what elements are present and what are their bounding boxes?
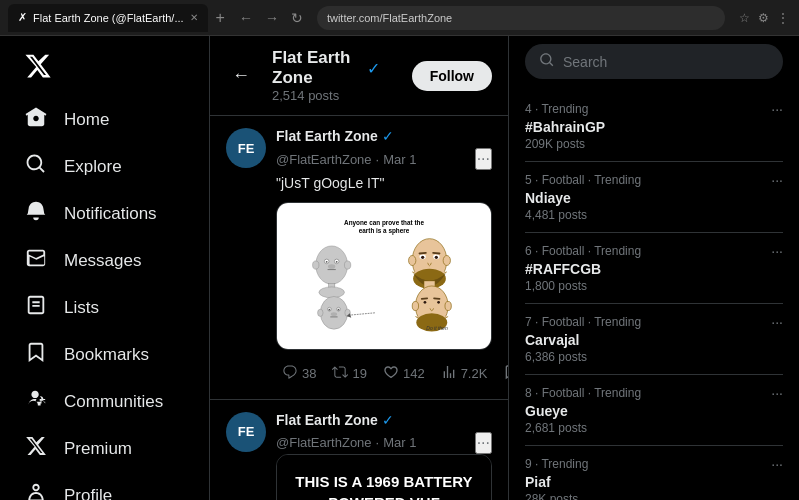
sidebar-item-profile[interactable]: Profile [12,472,197,500]
trend-meta: 6 · Football · Trending ··· [525,243,783,259]
home-icon [24,106,48,133]
sidebar-item-premium[interactable]: Premium [12,425,197,472]
tweet-actions-1: 38 19 142 [276,360,492,387]
svg-point-6 [326,261,328,263]
trend-count: 28K posts [525,492,783,500]
trend-name: Ndiaye [525,190,783,206]
tweet-more-button[interactable]: ··· [475,148,492,170]
sidebar-item-communities[interactable]: Communities [12,378,197,425]
trend-item[interactable]: 9 · Trending ··· Piaf 28K posts [525,446,783,500]
bookmark-browser-icon[interactable]: ☆ [737,9,752,27]
profile-name: Flat Earth Zone [272,48,363,88]
forward-button[interactable]: → [261,8,283,28]
tweet-image-1: Anyone can prove that the earth is a sph… [276,202,492,350]
reload-button[interactable]: ↻ [287,8,307,28]
like-button[interactable]: 142 [377,360,431,387]
trend-more-button[interactable]: ··· [771,385,783,401]
sidebar-item-messages[interactable]: Messages [12,237,197,284]
tweet-2[interactable]: FE Flat Earth Zone ✓ @FlatEarthZone · Ma… [210,400,508,500]
views-button[interactable]: 7.2K [435,360,494,387]
svg-point-18 [421,255,424,258]
tab-close-icon[interactable]: ✕ [190,12,198,23]
trend-item[interactable]: 6 · Football · Trending ··· #RAFFCGB 1,8… [525,233,783,304]
trend-item[interactable]: 4 · Trending ··· #BahrainGP 209K posts [525,91,783,162]
trend-more-button[interactable]: ··· [771,172,783,188]
sidebar-profile-label: Profile [64,486,112,501]
sidebar-notifications-label: Notifications [64,204,157,224]
retweet-count: 19 [352,366,366,381]
sidebar-home-label: Home [64,110,109,130]
sidebar: Home Explore Notifications Messages List [0,36,210,500]
follow-button[interactable]: Follow [412,61,492,91]
trend-name: Piaf [525,474,783,490]
x-logo[interactable] [12,44,197,92]
tweet-banner-text: THIS IS A 1969 BATTERY POWERED VHF TRANS… [277,455,491,500]
url-text: twitter.com/FlatEarthZone [327,12,452,24]
svg-point-10 [313,261,319,269]
sidebar-item-bookmarks[interactable]: Bookmarks [12,331,197,378]
tweet-handle: @FlatEarthZone [276,152,372,167]
bookmark-icon [24,341,48,368]
tweet-verified-badge: ✓ [382,128,394,144]
tweet-dot: · [376,152,380,167]
trend-item[interactable]: 8 · Football · Trending ··· Gueye 2,681 … [525,375,783,446]
tab-bar: ✗ Flat Earth Zone (@FlatEarth/... ✕ + [8,4,229,32]
svg-point-28 [328,308,330,310]
sidebar-item-explore[interactable]: Explore [12,143,197,190]
trend-meta: 4 · Trending ··· [525,101,783,117]
communities-icon [24,388,48,415]
trend-name: #BahrainGP [525,119,783,135]
trend-name: #RAFFCGB [525,261,783,277]
retweet-button[interactable]: 19 [326,360,372,387]
reply-button[interactable]: 38 [276,360,322,387]
tweet-more-button-2[interactable]: ··· [475,432,492,454]
trend-position: 6 · Football · Trending [525,244,641,258]
svg-point-22 [409,255,416,265]
search-bar[interactable] [525,44,783,79]
back-button[interactable]: ← [235,8,257,28]
trend-item[interactable]: 7 · Football · Trending ··· Carvajal 6,3… [525,304,783,375]
menu-icon[interactable]: ⋮ [775,9,791,27]
tweet-verified-2: ✓ [382,412,394,428]
back-nav-button[interactable]: ← [226,61,256,90]
svg-point-9 [328,264,335,269]
sidebar-item-notifications[interactable]: Notifications [12,190,197,237]
active-tab[interactable]: ✗ Flat Earth Zone (@FlatEarth/... ✕ [8,4,208,32]
tweet-body-2: Flat Earth Zone ✓ @FlatEarthZone · Mar 1… [276,412,492,500]
trend-more-button[interactable]: ··· [771,243,783,259]
trend-name: Gueye [525,403,783,419]
mail-icon [24,247,48,274]
sidebar-item-lists[interactable]: Lists [12,284,197,331]
trend-count: 1,800 posts [525,279,783,293]
meme-svg: Anyone can prove that the earth is a sph… [293,215,475,333]
tweet-time: Mar 1 [383,152,416,167]
trend-meta: 5 · Football · Trending ··· [525,172,783,188]
sidebar-bookmarks-label: Bookmarks [64,345,149,365]
trend-count: 6,386 posts [525,350,783,364]
profile-icon [24,482,48,500]
tweet-1[interactable]: FE Flat Earth Zone ✓ @FlatEarthZone · Ma… [210,116,508,400]
trend-position: 5 · Football · Trending [525,173,641,187]
bookmark-tweet-button[interactable] [497,360,509,387]
trend-more-button[interactable]: ··· [771,314,783,330]
premium-icon [24,435,48,462]
trend-more-button[interactable]: ··· [771,101,783,117]
sidebar-messages-label: Messages [64,251,141,271]
sidebar-item-home[interactable]: Home [12,96,197,143]
trend-more-button[interactable]: ··· [771,456,783,472]
trend-meta: 7 · Football · Trending ··· [525,314,783,330]
svg-text:earth is a sphere: earth is a sphere [359,227,410,235]
extensions-icon[interactable]: ⚙ [756,9,771,27]
svg-point-36 [424,301,427,304]
new-tab-button[interactable]: + [212,9,229,27]
search-input[interactable] [563,54,769,70]
address-bar[interactable]: twitter.com/FlatEarthZone [317,6,725,30]
svg-point-37 [437,301,440,304]
tweet-author-name: Flat Earth Zone [276,128,378,144]
trend-item[interactable]: 5 · Football · Trending ··· Ndiaye 4,481… [525,162,783,233]
tweet-image-2: THIS IS A 1969 BATTERY POWERED VHF TRANS… [276,454,492,500]
main-content: ← Flat Earth Zone ✓ 2,514 posts Follow F… [210,36,509,500]
svg-point-32 [318,309,323,316]
bell-icon [24,200,48,227]
svg-point-40 [412,301,418,310]
